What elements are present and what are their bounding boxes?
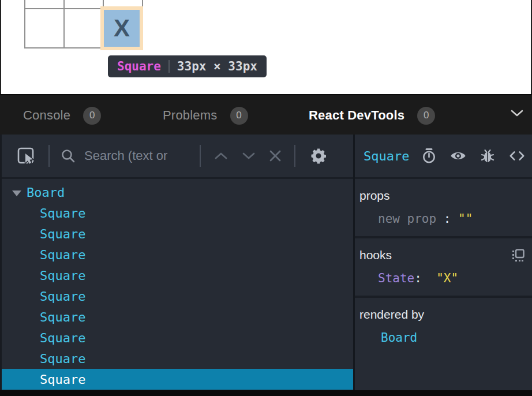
tree-children: Square Square Square Square Square Squar… xyxy=(2,203,353,390)
element-picker-icon[interactable] xyxy=(16,145,36,166)
tooltip-component-name: Square xyxy=(117,59,161,73)
tree-node-square[interactable]: Square xyxy=(2,286,353,307)
hooks-section: hooks State: "X" xyxy=(355,238,532,298)
inspect-tooltip: Square 33px × 33px xyxy=(108,55,267,77)
inspector-actions xyxy=(421,148,525,164)
tree-node-label: Square xyxy=(40,372,85,387)
tab-problems-label: Problems xyxy=(163,108,218,123)
hook-entry[interactable]: State: "X" xyxy=(359,270,525,286)
components-toolbar: Search (text or xyxy=(2,135,353,179)
search-previous-icon[interactable] xyxy=(214,152,228,160)
tree-node-square[interactable]: Square xyxy=(2,244,353,265)
tree-node-label: Square xyxy=(40,268,85,283)
inspector-header: Square xyxy=(355,135,532,179)
log-to-console-bug-icon[interactable] xyxy=(479,148,496,164)
parse-hook-names-icon[interactable] xyxy=(511,248,525,262)
app-window: X Square 33px × 33px Console 0 Problems … xyxy=(0,0,532,396)
tree-node-square[interactable]: Square xyxy=(2,307,353,327)
rendered-by-section: rendered by Board xyxy=(355,298,532,390)
props-section: props new prop : "" xyxy=(355,179,532,238)
browser-page: X Square 33px × 33px xyxy=(0,0,532,94)
board-square[interactable] xyxy=(25,9,63,47)
tree-node-square[interactable]: Square xyxy=(2,348,353,369)
inspect-dom-eye-icon[interactable] xyxy=(450,150,466,162)
tree-node-label: Square xyxy=(40,352,85,366)
board-square[interactable] xyxy=(25,0,63,8)
devtools-tab-bar: Console 0 Problems 0 React DevTools 0 xyxy=(0,94,532,135)
settings-gear-icon[interactable] xyxy=(310,147,327,165)
props-section-title: props xyxy=(359,188,390,203)
toolbar-divider xyxy=(294,145,295,167)
search-icon xyxy=(61,148,76,163)
selected-component-title: Square xyxy=(364,149,409,163)
window-bottom-edge xyxy=(0,390,532,396)
tree-node-square[interactable]: Square xyxy=(2,265,353,286)
rendered-by-owner-link[interactable]: Board xyxy=(359,330,525,346)
tab-react-devtools-label: React DevTools xyxy=(309,108,404,123)
board-square[interactable] xyxy=(65,9,103,47)
problems-count-badge: 0 xyxy=(230,107,248,125)
clear-search-icon[interactable] xyxy=(269,150,282,162)
tree-node-square[interactable]: Square xyxy=(2,369,353,390)
hook-name: State xyxy=(378,271,414,285)
tree-node-label: Square xyxy=(40,310,85,324)
toolbar-divider xyxy=(48,145,50,167)
toolbar-divider xyxy=(200,145,201,167)
rendered-by-section-title: rendered by xyxy=(359,307,424,322)
search-next-icon[interactable] xyxy=(242,152,256,160)
tree-node-square[interactable]: Square xyxy=(2,203,353,223)
view-source-code-icon[interactable] xyxy=(509,151,525,161)
tree-node-label: Square xyxy=(40,331,85,345)
prop-entry[interactable]: new prop : "" xyxy=(359,211,525,227)
tree-node-square[interactable]: Square xyxy=(2,223,353,244)
board-square[interactable] xyxy=(65,0,103,8)
tree-node-label: Board xyxy=(27,185,65,200)
hooks-section-title: hooks xyxy=(359,248,392,263)
react-devtools-count-badge: 0 xyxy=(417,107,435,125)
tree-node-square[interactable]: Square xyxy=(2,327,353,348)
tooltip-dimensions: 33px × 33px xyxy=(177,59,257,73)
tree-node-board[interactable]: Board xyxy=(2,182,353,203)
tab-console[interactable]: Console 0 xyxy=(23,96,101,135)
react-devtools-panel: Search (text or xyxy=(0,135,532,390)
suspend-timer-icon[interactable] xyxy=(421,148,437,164)
expand-caret-icon[interactable] xyxy=(12,190,21,196)
square-mark: X xyxy=(114,14,130,42)
tab-console-label: Console xyxy=(23,108,70,123)
tab-react-devtools[interactable]: React DevTools 0 xyxy=(309,96,435,135)
component-tree: Board Square Square Square Square Square… xyxy=(2,179,353,390)
prop-value[interactable]: "" xyxy=(458,212,473,226)
tree-node-label: Square xyxy=(40,248,85,262)
tree-node-label: Square xyxy=(40,227,85,241)
components-tree-panel: Search (text or xyxy=(2,135,353,390)
tree-node-label: Square xyxy=(40,289,85,304)
tree-node-label: Square xyxy=(40,206,85,221)
component-inspector-panel: Square xyxy=(355,135,532,390)
inspect-highlight-padding: X xyxy=(100,6,143,50)
console-count-badge: 0 xyxy=(83,107,101,125)
hook-value[interactable]: "X" xyxy=(436,271,458,285)
search-input[interactable]: Search (text or xyxy=(84,148,200,163)
new-prop-input[interactable]: new prop xyxy=(378,212,436,226)
chevron-down-icon[interactable] xyxy=(510,109,524,119)
tooltip-divider xyxy=(168,60,170,73)
inspect-highlight-content[interactable]: X xyxy=(104,10,140,47)
tab-problems[interactable]: Problems 0 xyxy=(163,96,248,135)
